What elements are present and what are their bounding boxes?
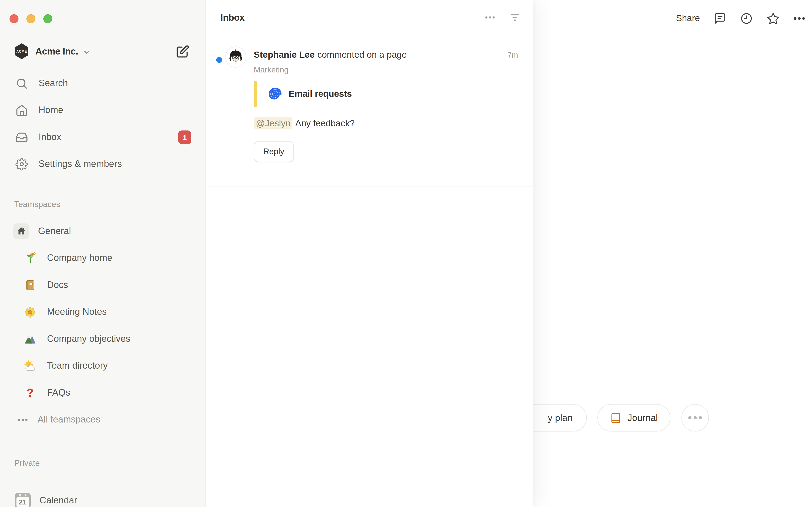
journal-pill-label: Journal [627, 412, 658, 424]
inbox-panel-header: Inbox [206, 0, 533, 35]
sidebar-item-label: Company objectives [47, 333, 131, 345]
sidebar-item-label: Home [39, 105, 63, 116]
notification-body: Stephanie Leecommented on a page 7m Mark… [254, 50, 518, 162]
sidebar-item-home[interactable]: Home [0, 97, 205, 124]
sidebar-item-company-home[interactable]: Company home [0, 245, 205, 272]
window-controls [9, 14, 52, 23]
notification-divider [206, 186, 533, 186]
gear-icon [15, 158, 28, 170]
sidebar-item-label: Search [39, 78, 68, 89]
sidebar-item-search[interactable]: Search [0, 70, 205, 97]
calendar-day-label: 21 [16, 497, 29, 507]
workspace-logo: ACME [14, 43, 30, 60]
sidebar-item-label: Team directory [47, 360, 108, 372]
sidebar-item-meeting-notes[interactable]: Meeting Notes [0, 298, 205, 326]
avatar [226, 47, 246, 67]
star-icon [767, 12, 780, 25]
reply-button[interactable]: Reply [254, 141, 294, 162]
sidebar-item-label: Calendar [40, 495, 78, 506]
referenced-page-block[interactable]: Email requests [254, 81, 518, 107]
comments-button[interactable] [714, 12, 726, 25]
page-topbar: Share [676, 0, 812, 37]
private-section-label: Private [14, 458, 40, 468]
inbox-panel-actions [484, 12, 520, 23]
share-button[interactable]: Share [676, 13, 700, 24]
sidebar-item-label: All teamspaces [38, 414, 100, 425]
inbox-icon [15, 131, 28, 144]
teamspaces-section-label: Teamspaces [14, 200, 60, 209]
more-options-button[interactable] [794, 12, 805, 25]
more-icon [794, 12, 805, 25]
notification-item[interactable]: Stephanie Leecommented on a page 7m Mark… [206, 40, 533, 162]
ellipsis-icon [16, 413, 29, 426]
sidebar-item-general[interactable]: General [0, 218, 205, 245]
journal-pill-button[interactable]: Journal [597, 404, 670, 432]
sidebar-item-label: Settings & members [39, 158, 122, 170]
notification-timestamp: 7m [507, 51, 518, 59]
calendar-icon: 21 [15, 493, 31, 507]
search-icon [15, 77, 28, 90]
app-window: ACME Acme Inc. Search [0, 0, 812, 507]
cyclone-icon [268, 87, 282, 101]
sidebar-item-settings[interactable]: Settings & members [0, 151, 205, 178]
workspace-name: Acme Inc. [36, 46, 78, 57]
plan-pill-label: y plan [548, 412, 573, 424]
sidebar-item-inbox[interactable]: Inbox 1 [0, 124, 205, 151]
sidebar-item-docs[interactable]: Docs [0, 272, 205, 298]
new-page-button[interactable] [176, 45, 190, 58]
comments-icon [714, 12, 726, 25]
sidebar-item-label: Docs [47, 279, 68, 291]
mention-chip[interactable]: @Jeslyn [254, 117, 293, 129]
svg-text:ACME: ACME [16, 50, 27, 53]
quote-bar [254, 81, 257, 107]
sidebar-item-team-directory[interactable]: Team directory [0, 352, 205, 379]
close-window-button[interactable] [9, 14, 18, 23]
house-icon [13, 223, 29, 239]
notification-action: commented on a page [317, 50, 407, 60]
history-clock-icon [740, 12, 753, 25]
sidebar: ACME Acme Inc. Search [0, 0, 206, 507]
filter-icon[interactable] [510, 12, 520, 23]
zoom-window-button[interactable] [43, 14, 52, 23]
favorite-button[interactable] [767, 12, 780, 25]
sidebar-item-label: General [38, 226, 71, 237]
journal-book-icon [610, 412, 621, 424]
chevron-down-icon [83, 48, 90, 56]
sidebar-item-label: Inbox [39, 131, 61, 143]
notification-title: Stephanie Leecommented on a page [254, 50, 407, 60]
more-pills-button[interactable] [681, 404, 709, 432]
history-button[interactable] [740, 12, 753, 25]
notebook-icon [23, 278, 37, 292]
sidebar-item-faqs[interactable]: ? FAQs [0, 379, 205, 406]
teamspaces-list: General [0, 218, 205, 433]
compose-icon [176, 45, 190, 58]
mountain-icon [23, 332, 37, 346]
home-icon [15, 104, 28, 116]
sidebar-item-label: FAQs [47, 387, 70, 398]
notification-title-row: Stephanie Leecommented on a page 7m [254, 50, 518, 60]
sun-behind-cloud-icon [23, 359, 37, 373]
sidebar-item-calendar[interactable]: 21 Calendar [0, 487, 205, 507]
inbox-panel: Inbox [206, 0, 534, 507]
unread-indicator-dot [216, 57, 222, 63]
sidebar-item-label: Meeting Notes [47, 306, 107, 318]
comment-text-line: @JeslynAny feedback? [254, 118, 518, 129]
inbox-unread-badge: 1 [178, 130, 192, 144]
notification-author: Stephanie Lee [254, 50, 315, 60]
comment-text: Any feedback? [295, 118, 355, 128]
private-list: 21 Calendar [0, 487, 205, 507]
inbox-panel-title: Inbox [220, 12, 245, 23]
minimize-window-button[interactable] [27, 14, 36, 23]
question-mark-icon: ? [23, 386, 37, 399]
sidebar-item-all-teamspaces[interactable]: All teamspaces [0, 406, 205, 433]
referenced-page-title: Email requests [289, 89, 352, 99]
workspace-switcher[interactable]: ACME Acme Inc. [0, 41, 205, 61]
notification-teamspace: Marketing [254, 65, 518, 74]
sidebar-item-company-objectives[interactable]: Company objectives [0, 325, 205, 352]
sidebar-item-label: Company home [47, 252, 112, 264]
blossom-icon [23, 305, 37, 319]
more-icon[interactable] [484, 12, 496, 23]
sidebar-nav: Search Home Inbox 1 [0, 70, 205, 177]
rice-sheaf-icon [23, 251, 37, 265]
ellipsis-icon [689, 416, 692, 419]
